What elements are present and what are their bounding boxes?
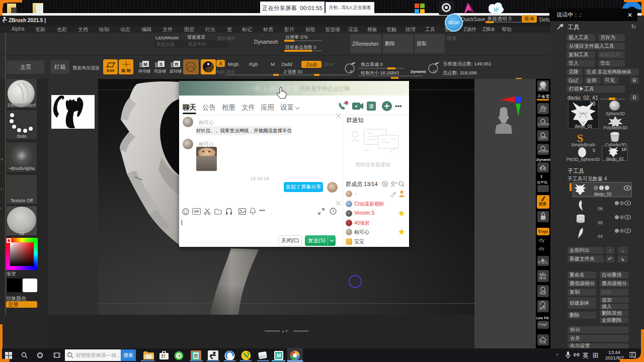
svg-text:R: R (175, 62, 179, 67)
svg-text:图: 图 (194, 353, 198, 358)
svg-text:M: M (276, 352, 281, 358)
svg-text:课: 课 (369, 104, 374, 109)
svg-text:M: M (143, 62, 147, 67)
svg-text:S: S (350, 69, 352, 74)
svg-text:D: D (433, 69, 436, 74)
svg-text:W: W (494, 7, 499, 13)
svg-text:S: S (159, 62, 163, 67)
